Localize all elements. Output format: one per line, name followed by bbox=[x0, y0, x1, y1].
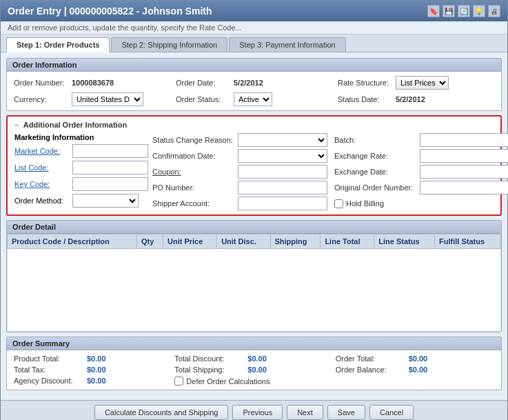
order-status-row: Order Status: Active bbox=[176, 92, 332, 106]
window-title: Order Entry | 000000005822 - Johnson Smi… bbox=[8, 6, 212, 17]
order-balance-field: Order Balance: $0.00 bbox=[336, 366, 494, 374]
hold-billing-checkbox[interactable] bbox=[334, 199, 343, 208]
order-status-label: Order Status: bbox=[176, 95, 231, 103]
total-shipping-label: Total Shipping: bbox=[174, 366, 243, 374]
list-code-link[interactable]: List Code: bbox=[14, 163, 70, 172]
po-number-input[interactable] bbox=[238, 181, 327, 194]
defer-calculations-checkbox[interactable] bbox=[174, 377, 183, 386]
currency-row: Currency: United States D bbox=[14, 92, 170, 106]
right-fields: Status Change Reason: Batch: Confirmatio… bbox=[152, 133, 508, 210]
order-method-field: Order Method: bbox=[14, 194, 139, 208]
col-unit-disc: Unit Disc. bbox=[217, 234, 270, 249]
total-discount-label: Total Discount: bbox=[174, 354, 243, 363]
status-change-select[interactable] bbox=[238, 133, 327, 147]
additional-header: – Additional Order Information bbox=[14, 121, 494, 129]
print-icon[interactable]: 🖨 bbox=[488, 5, 500, 17]
original-order-input[interactable] bbox=[420, 181, 508, 194]
confirmation-date-label: Confirmation Date: bbox=[152, 152, 235, 160]
status-change-label: Status Change Reason: bbox=[152, 136, 235, 144]
batch-input[interactable] bbox=[420, 133, 508, 147]
order-summary-section: Order Summary Product Total: $0.00 Total… bbox=[6, 337, 502, 390]
currency-select[interactable]: United States D bbox=[72, 92, 143, 106]
total-tax-field: Total Tax: $0.00 bbox=[14, 366, 172, 374]
confirmation-date-field: Confirmation Date: bbox=[152, 149, 327, 163]
col-qty: Qty bbox=[136, 234, 163, 249]
exchange-date-field: Exchange Date: bbox=[334, 165, 508, 179]
order-date-row: Order Date: 5/2/2012 bbox=[176, 76, 332, 90]
order-balance-label: Order Balance: bbox=[336, 366, 405, 374]
order-number-label: Order Number: bbox=[14, 79, 69, 87]
hold-billing-label: Hold Billing bbox=[346, 199, 384, 208]
shipper-account-input[interactable] bbox=[238, 197, 327, 210]
tab-payment-info[interactable]: Step 3: Payment Information bbox=[229, 37, 345, 52]
previous-button[interactable]: Previous bbox=[232, 405, 283, 420]
tabs-bar: Step 1: Order Products Step 2: Shipping … bbox=[1, 34, 507, 52]
total-shipping-field: Total Shipping: $0.00 bbox=[174, 366, 333, 374]
key-code-input[interactable] bbox=[72, 177, 148, 191]
order-total-field: Order Total: $0.00 bbox=[336, 354, 494, 363]
original-order-field: Original Order Number: bbox=[334, 181, 508, 194]
shipper-account-field: Shipper Account: bbox=[152, 197, 327, 210]
calculate-button[interactable]: Calculate Discounts and Shipping bbox=[94, 405, 229, 420]
exchange-rate-label: Exchange Rate: bbox=[334, 152, 417, 160]
rate-structure-select[interactable]: List Prices bbox=[396, 76, 449, 90]
rate-structure-row: Rate Structure: List Prices bbox=[338, 76, 494, 90]
order-total-label: Order Total: bbox=[336, 354, 405, 363]
key-code-field: Key Code: bbox=[14, 177, 139, 191]
save-icon[interactable]: 💾 bbox=[443, 5, 455, 17]
save-button[interactable]: Save bbox=[327, 405, 365, 420]
list-code-field: List Code: bbox=[14, 161, 139, 174]
order-information-section: Order Information Order Number: 10000836… bbox=[6, 58, 502, 111]
marketing-title: Marketing Information bbox=[14, 133, 139, 141]
key-code-link[interactable]: Key Code: bbox=[14, 180, 70, 188]
order-balance-value: $0.00 bbox=[409, 366, 443, 374]
exchange-date-input[interactable] bbox=[420, 165, 508, 179]
po-number-label: PO Number: bbox=[152, 183, 235, 192]
coupon-link[interactable]: Coupon: bbox=[152, 168, 235, 176]
defer-calculations-label: Defer Order Calculations bbox=[186, 377, 270, 386]
status-date-value: 5/2/2012 bbox=[396, 95, 425, 103]
tab-order-products[interactable]: Step 1: Order Products bbox=[6, 37, 110, 52]
order-number-value: 1000083678 bbox=[72, 79, 114, 87]
product-total-value: $0.00 bbox=[87, 354, 121, 363]
currency-label: Currency: bbox=[14, 95, 69, 103]
order-method-select[interactable] bbox=[72, 194, 139, 208]
additional-order-section: – Additional Order Information Marketing… bbox=[6, 115, 502, 216]
agency-discount-label: Agency Discount: bbox=[14, 377, 83, 385]
market-code-field: Market Code: bbox=[14, 144, 139, 158]
info-icon[interactable]: 💡 bbox=[473, 5, 485, 17]
product-total-field: Product Total: $0.00 bbox=[14, 354, 172, 363]
col-line-status: Line Status bbox=[374, 234, 435, 249]
col-fulfill-status: Fulfill Status bbox=[435, 234, 501, 249]
total-shipping-value: $0.00 bbox=[247, 366, 282, 374]
col-line-total: Line Total bbox=[321, 234, 374, 249]
hold-billing-field: Hold Billing bbox=[334, 197, 508, 210]
main-window: Order Entry | 000000005822 - Johnson Smi… bbox=[0, 0, 508, 420]
refresh-icon[interactable]: 🔄 bbox=[458, 5, 470, 17]
order-date-value: 5/2/2012 bbox=[234, 79, 263, 87]
bookmark-icon[interactable]: 🔖 bbox=[427, 5, 440, 17]
order-info-header: Order Information bbox=[7, 59, 501, 72]
status-date-label: Status Date: bbox=[338, 95, 393, 103]
list-code-input[interactable] bbox=[72, 161, 148, 174]
order-method-label: Order Method: bbox=[14, 197, 70, 205]
order-total-value: $0.00 bbox=[409, 354, 443, 363]
original-order-label: Original Order Number: bbox=[334, 183, 417, 192]
product-total-label: Product Total: bbox=[14, 354, 83, 363]
order-status-select[interactable]: Active bbox=[234, 92, 272, 106]
exchange-rate-input[interactable] bbox=[420, 149, 508, 163]
summary-col2: Total Discount: $0.00 Total Shipping: $0… bbox=[174, 354, 333, 386]
tab-shipping-info[interactable]: Step 2: Shipping Information bbox=[111, 37, 227, 52]
coupon-input[interactable] bbox=[238, 165, 327, 179]
title-bar: Order Entry | 000000005822 - Johnson Smi… bbox=[1, 1, 507, 21]
market-code-link[interactable]: Market Code: bbox=[14, 147, 70, 155]
confirmation-date-select[interactable] bbox=[238, 149, 327, 163]
cancel-button[interactable]: Cancel bbox=[369, 405, 414, 420]
defer-calculations-row: Defer Order Calculations bbox=[174, 377, 333, 386]
exchange-rate-field: Exchange Rate: bbox=[334, 149, 508, 163]
next-button[interactable]: Next bbox=[287, 405, 323, 420]
total-discount-field: Total Discount: $0.00 bbox=[174, 354, 333, 363]
agency-discount-value: $0.00 bbox=[87, 377, 121, 385]
market-code-input[interactable] bbox=[72, 144, 148, 158]
title-icons: 🔖 💾 🔄 💡 🖨 bbox=[427, 5, 500, 17]
